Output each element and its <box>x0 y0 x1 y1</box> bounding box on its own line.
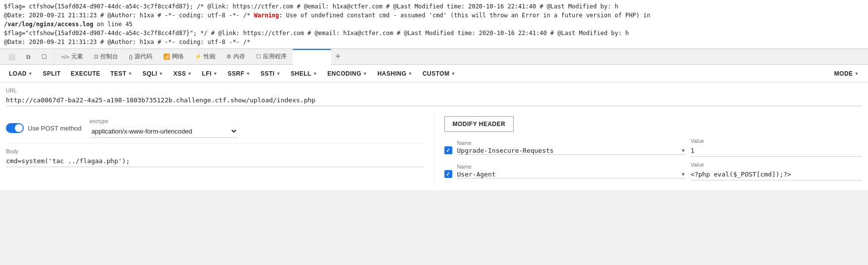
url-input[interactable] <box>6 94 862 106</box>
ssrf-label: SSRF <box>228 70 245 77</box>
header-name-field-2: User-Agent ▼ <box>457 171 686 178</box>
header-value-input-1[interactable] <box>691 145 862 157</box>
lfi-arrow-icon: ▼ <box>213 71 217 76</box>
tab-network[interactable]: 📶 网络 <box>158 49 189 65</box>
header-value-group-2: Value <box>691 162 862 180</box>
checkbox-1-wrapper <box>444 146 452 154</box>
load-arrow-icon: ▼ <box>28 71 33 76</box>
tab-elements-label: 元素 <box>71 52 83 61</box>
tab-application-label: 应用程序 <box>263 52 287 61</box>
test-label: TEST <box>110 70 127 77</box>
header-name-label-2: Name <box>457 164 686 170</box>
left-column: Use POST method enctype application/x-ww… <box>6 112 434 185</box>
xss-arrow-icon: ▼ <box>187 71 192 76</box>
tab-sources-label: 源代码 <box>134 52 152 61</box>
main-content: URL Use POST method enctype application/… <box>0 83 868 190</box>
execute-button[interactable]: EXECUTE <box>66 65 105 83</box>
ssrf-button[interactable]: SSRF ▼ <box>223 65 256 83</box>
mode-arrow-icon: ▼ <box>855 71 859 76</box>
header-checkbox-2[interactable] <box>444 170 452 178</box>
encoding-button[interactable]: ENCODING ▼ <box>322 65 372 83</box>
tab-application[interactable]: ☐ 应用程序 <box>251 49 292 65</box>
body-section: Body <box>6 148 424 167</box>
post-method-toggle[interactable] <box>6 123 24 133</box>
tab-memory[interactable]: ⚙ 内存 <box>221 49 250 65</box>
header-name-arrow-1[interactable]: ▼ <box>681 148 686 153</box>
toggle-wrapper: Use POST method <box>6 123 82 133</box>
toggle-label: Use POST method <box>28 125 82 132</box>
ssti-button[interactable]: SSTI ▼ <box>256 65 286 83</box>
checkbox-2-wrapper <box>444 170 452 178</box>
modify-header-button[interactable]: MODIFY HEADER <box>444 116 514 132</box>
split-button[interactable]: SPLIT <box>38 65 66 83</box>
tab-icon-3[interactable]: ☐ <box>37 49 52 65</box>
shell-arrow-icon: ▼ <box>313 71 317 76</box>
header-name-value-1: Upgrade-Insecure-Requests <box>457 147 679 154</box>
tab-hackbar[interactable]: H HackBar <box>293 49 331 65</box>
xss-button[interactable]: XSS ▼ <box>169 65 197 83</box>
header-name-arrow-2[interactable]: ▼ <box>681 172 686 177</box>
xss-label: XSS <box>174 70 186 77</box>
sqli-label: SQLI <box>142 70 157 77</box>
tab-icon-1[interactable]: ⬜ <box>3 49 20 65</box>
log-line-5: @Date: 2020-09-21 21:31:23 # @Author: h1… <box>4 38 864 46</box>
shell-label: SHELL <box>291 70 311 77</box>
split-label: SPLIT <box>43 70 61 77</box>
hackbar-icon: H <box>298 54 302 60</box>
enctype-select[interactable]: application/x-www-form-urlencoded multip… <box>89 127 238 135</box>
tab-sources[interactable]: {} 源代码 <box>124 49 157 65</box>
header-checkbox-1[interactable] <box>444 146 452 154</box>
tab-icon-2[interactable]: ⧉ <box>21 49 36 65</box>
log-line-1: $flag= ctfshow{15afd024-d907-44dc-a54c-3… <box>4 2 864 11</box>
tab-elements[interactable]: </> 元素 <box>56 49 88 65</box>
tab-console[interactable]: ⊡ 控制台 <box>89 49 123 65</box>
custom-button[interactable]: CUSTOM ▼ <box>418 65 461 83</box>
enctype-label: enctype <box>89 118 238 124</box>
tab-performance[interactable]: ⚡ 性能 <box>190 49 220 65</box>
lfi-button[interactable]: LFI ▼ <box>197 65 223 83</box>
log-area: $flag= ctfshow{15afd024-d907-44dc-a54c-3… <box>0 0 868 49</box>
tab-add-button[interactable]: + <box>332 51 344 62</box>
log-line-3: /var/log/nginx/access.log on line 45 <box>4 20 864 29</box>
header-name-value-2: User-Agent <box>457 171 679 178</box>
header-value-group-1: Value <box>691 138 862 157</box>
tab-separator-1 <box>54 52 54 62</box>
hashing-button[interactable]: HASHING ▼ <box>372 65 417 83</box>
log-line-4: $flag="ctfshow{15afd024-d907-44dc-a54c-3… <box>4 29 864 38</box>
hackbar-toolbar: LOAD ▼ SPLIT EXECUTE TEST ▼ SQLI ▼ XSS ▼… <box>0 65 868 83</box>
header-row-2: Name User-Agent ▼ Value <box>444 162 863 180</box>
header-name-field-1: Upgrade-Insecure-Requests ▼ <box>457 147 686 155</box>
sources-icon: {} <box>129 54 132 60</box>
right-column: MODIFY HEADER Name Upgrade-Insecure-Requ… <box>434 112 863 185</box>
console-icon: ⊡ <box>94 53 98 60</box>
header-value-label-2: Value <box>691 162 862 168</box>
hashing-arrow-icon: ▼ <box>408 71 412 76</box>
header-name-label-1: Name <box>457 140 686 146</box>
ssti-arrow-icon: ▼ <box>276 71 281 76</box>
sqli-button[interactable]: SQLI ▼ <box>137 65 168 83</box>
header-value-input-2[interactable] <box>691 169 862 180</box>
body-input[interactable] <box>6 155 424 167</box>
performance-icon: ⚡ <box>195 53 202 60</box>
elements-icon: </> <box>61 54 69 60</box>
mode-label: MODE <box>834 70 853 77</box>
load-button[interactable]: LOAD ▼ <box>4 65 38 83</box>
content-row: Use POST method enctype application/x-ww… <box>6 112 862 185</box>
test-arrow-icon: ▼ <box>128 71 132 76</box>
tab-memory-label: 内存 <box>233 52 245 61</box>
tab-performance-label: 性能 <box>204 52 216 61</box>
encoding-label: ENCODING <box>327 70 361 77</box>
log-line-2: @Date: 2020-09-21 21:31:23 # @Author: h1… <box>4 11 864 20</box>
url-label: URL <box>6 88 862 93</box>
custom-label: CUSTOM <box>423 70 450 77</box>
test-button[interactable]: TEST ▼ <box>105 65 137 83</box>
post-section: Use POST method enctype application/x-ww… <box>6 118 424 143</box>
mode-button[interactable]: MODE ▼ <box>829 65 864 83</box>
tab-network-label: 网络 <box>172 52 184 61</box>
hashing-label: HASHING <box>377 70 406 77</box>
shell-button[interactable]: SHELL ▼ <box>286 65 322 83</box>
encoding-arrow-icon: ▼ <box>363 71 367 76</box>
header-name-group-1: Name Upgrade-Insecure-Requests ▼ <box>457 140 686 155</box>
sqli-arrow-icon: ▼ <box>159 71 163 76</box>
execute-label: EXECUTE <box>71 70 100 77</box>
